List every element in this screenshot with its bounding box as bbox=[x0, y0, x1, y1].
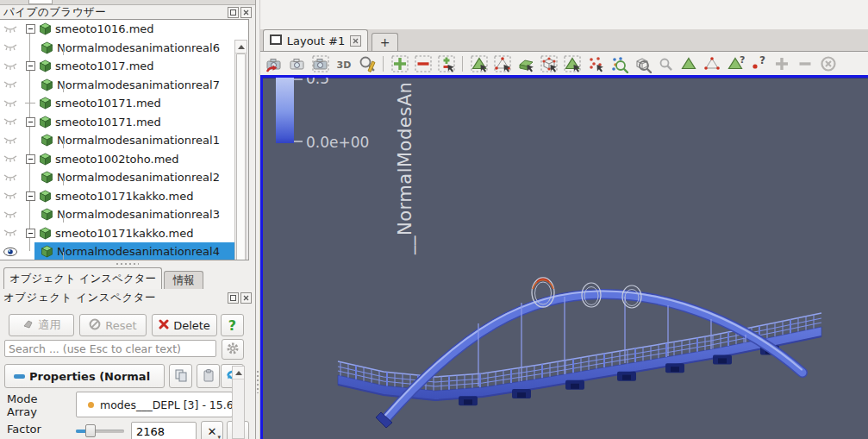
properties-collapse-button[interactable]: Properties (Normal bbox=[4, 364, 165, 388]
pipeline-item[interactable]: smeoto1016.med bbox=[0, 20, 248, 39]
pipeline-item[interactable]: smeoto10171.med bbox=[0, 113, 248, 132]
pipeline-item[interactable]: Normalmodesanimationreal3 bbox=[0, 205, 248, 224]
factor-input[interactable] bbox=[131, 422, 197, 439]
mode-array-combobox[interactable]: modes___DEPL [3] - 15.64 bbox=[76, 392, 233, 417]
select-points-frustum-icon[interactable] bbox=[585, 53, 605, 73]
close-dock-icon[interactable] bbox=[240, 292, 252, 304]
visibility-toggle[interactable] bbox=[0, 116, 21, 127]
scroll-up-icon[interactable] bbox=[233, 367, 244, 379]
pipeline-item[interactable]: smeoto1002toho.med bbox=[0, 150, 248, 169]
pipeline-item[interactable]: smeoto1017.med bbox=[0, 57, 248, 76]
visibility-toggle[interactable] bbox=[0, 135, 21, 146]
paste-icon bbox=[202, 368, 215, 385]
visibility-toggle[interactable] bbox=[0, 98, 21, 109]
tab-object-inspector[interactable]: オブジェクト インスペクター bbox=[3, 267, 162, 289]
select-points-rectangle-icon[interactable] bbox=[492, 53, 512, 73]
pipeline-item[interactable]: smeoto10171.med bbox=[0, 94, 248, 113]
factor-label: Factor bbox=[7, 423, 41, 436]
properties-scrollbar[interactable] bbox=[232, 366, 245, 439]
visibility-toggle[interactable] bbox=[0, 172, 21, 183]
dataset-cube-icon bbox=[38, 96, 53, 110]
clear-factor-button[interactable]: ✕ ▾ bbox=[201, 421, 223, 439]
tree-branch-line bbox=[63, 178, 64, 185]
gear-icon bbox=[226, 342, 240, 358]
visibility-eye-closed-icon bbox=[3, 116, 18, 127]
factor-slider[interactable] bbox=[76, 424, 124, 438]
visibility-eye-closed-icon bbox=[3, 191, 18, 201]
select-cells-polygon-icon[interactable] bbox=[678, 53, 698, 73]
subtract-selection-icon[interactable] bbox=[413, 53, 433, 73]
add-selection-icon[interactable] bbox=[390, 53, 409, 73]
tree-expander-icon[interactable] bbox=[26, 24, 35, 34]
pipeline-item[interactable]: Normalmodesanimationreal7 bbox=[0, 76, 248, 95]
reset-button[interactable]: Reset bbox=[79, 314, 147, 336]
pipeline-item[interactable]: Normalmodesanimationreal1 bbox=[0, 131, 248, 150]
find-data-icon[interactable] bbox=[609, 53, 628, 73]
visibility-toggle[interactable] bbox=[0, 247, 21, 257]
select-cells-through-icon[interactable] bbox=[515, 53, 535, 73]
hover-cells-icon[interactable]: ? bbox=[725, 53, 745, 73]
tab-information[interactable]: 情報 bbox=[164, 271, 203, 289]
zoom-edit-icon[interactable] bbox=[357, 53, 377, 73]
add-layout-tab[interactable]: + bbox=[372, 33, 398, 51]
tree-expander-icon[interactable] bbox=[26, 154, 35, 164]
help-button[interactable]: ? bbox=[221, 314, 244, 336]
paste-icon-button[interactable] bbox=[197, 364, 220, 388]
pipeline-item[interactable]: Normalmodesanimationreal6 bbox=[0, 39, 248, 58]
pipeline-item[interactable]: smeoto10171kakko.med bbox=[0, 187, 248, 206]
visibility-toggle[interactable] bbox=[0, 228, 21, 238]
float-dock-icon[interactable] bbox=[228, 7, 239, 18]
svg-text:?: ? bbox=[759, 54, 765, 66]
mode-array-value: modes___DEPL [3] - 15.64 bbox=[100, 398, 233, 411]
slider-handle[interactable] bbox=[85, 424, 96, 437]
question-icon: ? bbox=[228, 317, 236, 334]
tree-expander-icon[interactable] bbox=[26, 117, 35, 127]
zoom-to-data-icon[interactable] bbox=[632, 53, 652, 73]
search-input[interactable] bbox=[4, 340, 216, 357]
horizontal-splitter[interactable] bbox=[0, 260, 255, 267]
pipeline-item-label: Normalmodesanimationreal7 bbox=[57, 78, 220, 91]
tree-expander-icon[interactable] bbox=[26, 61, 35, 71]
delete-button[interactable]: Delete bbox=[152, 314, 217, 336]
toggle-selection-icon[interactable] bbox=[436, 53, 456, 73]
visibility-toggle[interactable] bbox=[0, 42, 21, 53]
shrink-selection-icon[interactable] bbox=[795, 53, 815, 73]
layout-tab[interactable]: Layout #1 bbox=[263, 29, 368, 51]
dataset-cube-icon bbox=[38, 152, 53, 166]
capture-screenshot-icon[interactable] bbox=[310, 53, 330, 73]
visibility-toggle[interactable] bbox=[0, 24, 21, 34]
toggle-3d-icon[interactable]: 3D bbox=[334, 53, 353, 73]
apply-button[interactable]: 適用 bbox=[9, 314, 74, 336]
pipeline-item-label: smeoto1017.med bbox=[55, 60, 154, 72]
select-points-polygon-icon[interactable] bbox=[702, 53, 721, 73]
copy-properties-button[interactable] bbox=[169, 364, 192, 388]
render-viewport[interactable]: 0.5 0.0e+00 __NormalModesAn bbox=[260, 75, 868, 439]
visibility-toggle[interactable] bbox=[0, 191, 21, 201]
visibility-eye-closed-icon bbox=[3, 135, 18, 146]
select-cells-frustum-icon[interactable] bbox=[562, 53, 582, 73]
select-cells-rectangle-icon[interactable] bbox=[469, 53, 489, 73]
grow-selection-icon[interactable] bbox=[771, 53, 791, 73]
interactive-select-icon[interactable] bbox=[655, 53, 675, 73]
pipeline-item[interactable]: Normalmodesanimationreal2 bbox=[0, 168, 248, 187]
clear-selection-icon[interactable] bbox=[818, 53, 838, 73]
pipeline-item[interactable]: Normalmodesanimationreal4 bbox=[0, 242, 248, 260]
search-options-button[interactable] bbox=[222, 339, 244, 360]
array-bullet-icon bbox=[88, 402, 94, 408]
toolbar-separator bbox=[383, 56, 384, 72]
visibility-toggle[interactable] bbox=[0, 154, 21, 164]
undo-camera-icon[interactable] bbox=[264, 53, 284, 73]
float-dock-icon[interactable] bbox=[228, 292, 239, 304]
left-dock-area: パイプのブラウザー smeoto1016.medNormalmodesanima… bbox=[0, 0, 255, 439]
visibility-toggle[interactable] bbox=[0, 210, 21, 220]
close-tab-icon[interactable] bbox=[350, 35, 361, 47]
select-points-through-icon[interactable] bbox=[539, 53, 559, 73]
close-dock-icon[interactable] bbox=[240, 7, 252, 18]
tree-expander-icon[interactable] bbox=[26, 191, 35, 201]
pipeline-item[interactable]: smeoto10171kakko.med bbox=[0, 224, 248, 243]
visibility-toggle[interactable] bbox=[0, 61, 21, 72]
hover-points-icon[interactable]: ? bbox=[748, 53, 768, 73]
tree-expander-icon[interactable] bbox=[26, 229, 35, 238]
redo-camera-icon[interactable] bbox=[287, 53, 307, 73]
visibility-toggle[interactable] bbox=[0, 79, 21, 90]
